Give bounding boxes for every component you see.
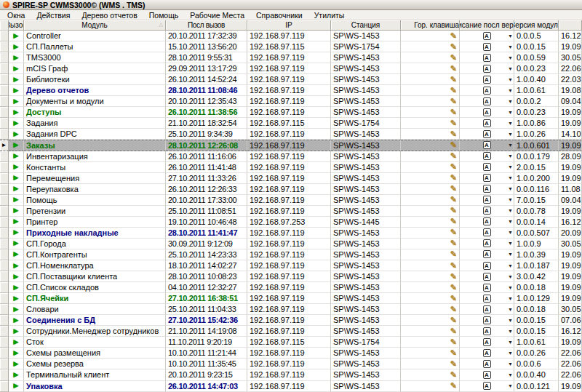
menu-item-3[interactable]: Дерево отчетов	[76, 11, 143, 20]
table-row[interactable]: ▶СП.Номенклатура18.10.2011 14:02:27192.1…	[0, 260, 582, 271]
station-cell[interactable]: SP\WS-1453	[331, 239, 401, 249]
last-call-cell[interactable]: 28.10.2011 11:08:46	[166, 85, 247, 96]
hotkey-edit-pencil-icon[interactable]: ✎	[450, 119, 457, 127]
table-row[interactable]: ▶СП.Поставщики клиента28.10.2011 10:08:2…	[0, 271, 582, 282]
version-description-doc-icon[interactable]: A	[483, 97, 491, 105]
build-cell[interactable]: 22.06	[559, 369, 582, 380]
ip-cell[interactable]: 192.168.97.119	[247, 206, 331, 217]
version-description-cell[interactable]: A▼	[460, 140, 514, 151]
run-module-icon[interactable]: ▶	[14, 175, 19, 181]
hotkey-cell[interactable]: ✎	[401, 173, 460, 184]
run-module-icon[interactable]: ▶	[14, 207, 19, 214]
version-description-doc-icon[interactable]: A	[483, 141, 491, 149]
version-description-doc-icon[interactable]: A	[483, 196, 491, 204]
ip-cell[interactable]: 192.168.97.119	[247, 282, 331, 293]
column-header-last-call[interactable]: Посл вызов	[166, 20, 247, 31]
version-description-doc-icon[interactable]: A	[483, 163, 491, 171]
table-row[interactable]: ►▶Заказы28.10.2011 12:26:08192.168.97.11…	[0, 140, 582, 151]
call-cell[interactable]: ▶	[9, 173, 24, 184]
version-description-cell[interactable]: A▼	[460, 173, 514, 184]
last-call-cell[interactable]: 10.10.2011 11:21:44	[166, 348, 247, 359]
hotkey-edit-pencil-icon[interactable]: ✎	[450, 382, 457, 390]
station-cell[interactable]: SP\WS-1453	[331, 369, 401, 380]
last-call-cell[interactable]: 26.10.2011 12:26:33	[166, 184, 247, 195]
dropdown-arrow-icon[interactable]: ▼	[508, 132, 513, 137]
table-row[interactable]: ▶Доступы26.10.2011 11:38:56192.168.97.11…	[0, 107, 582, 118]
module-version-cell[interactable]: 1.0.0.39	[514, 249, 559, 260]
version-description-cell[interactable]: A▼	[460, 271, 514, 282]
last-call-cell[interactable]: 04.10.2011 12:32:27	[166, 282, 247, 293]
hotkey-edit-pencil-icon[interactable]: ✎	[450, 295, 457, 303]
last-call-cell[interactable]: 26.10.2011 11:38:56	[166, 107, 247, 118]
version-description-cell[interactable]: A▼	[460, 228, 514, 239]
hotkey-edit-pencil-icon[interactable]: ✎	[450, 174, 457, 182]
call-cell[interactable]: ▶	[9, 293, 24, 304]
table-row[interactable]: ▶Дерево отчетов28.10.2011 11:08:46192.16…	[0, 85, 582, 96]
dropdown-arrow-icon[interactable]: ▼	[508, 351, 513, 356]
run-module-icon[interactable]: ▶	[14, 153, 19, 159]
last-call-cell[interactable]: 29.09.2011 13:17:29	[166, 63, 247, 74]
version-description-doc-icon[interactable]: A	[483, 273, 491, 281]
column-header-hotkey[interactable]: Гор. клавиша	[401, 20, 460, 31]
dropdown-arrow-icon[interactable]: ▼	[508, 164, 513, 169]
build-cell[interactable]: 19.09	[559, 381, 582, 392]
module-version-cell[interactable]: 1.0.0.9	[514, 239, 559, 249]
ip-cell[interactable]: 192.168.97.119	[247, 162, 331, 173]
dropdown-arrow-icon[interactable]: ▼	[508, 77, 513, 82]
version-description-cell[interactable]: A▼	[460, 151, 514, 162]
call-cell[interactable]: ▶	[9, 63, 24, 74]
station-cell[interactable]: SP\WS-1453	[331, 140, 401, 151]
version-description-doc-icon[interactable]: A	[483, 43, 491, 51]
module-cell[interactable]: Controller	[24, 31, 166, 41]
build-cell[interactable]: 16.12	[559, 217, 582, 228]
version-description-cell[interactable]: A▼	[460, 31, 514, 41]
table-row[interactable]: ▶Помощь20.10.2011 17:33:00192.168.97.119…	[0, 195, 582, 206]
version-description-doc-icon[interactable]: A	[483, 228, 491, 236]
last-call-cell[interactable]: 21.10.2011 14:19:08	[166, 326, 247, 337]
last-call-cell[interactable]: 27.10.2011 16:38:51	[166, 293, 247, 304]
version-description-cell[interactable]: A▼	[460, 184, 514, 195]
ip-cell[interactable]: 192.168.97.119	[247, 74, 331, 85]
hotkey-cell[interactable]: ✎	[401, 184, 460, 195]
dropdown-arrow-icon[interactable]: ▼	[508, 88, 513, 93]
version-description-cell[interactable]: A▼	[460, 41, 514, 52]
module-cell[interactable]: Дерево отчетов	[24, 85, 166, 96]
table-row[interactable]: ▶СП.Города30.09.2011 9:12:09192.168.97.1…	[0, 239, 582, 249]
ip-cell[interactable]: 192.168.97.119	[247, 381, 331, 392]
build-cell[interactable]: 09.04	[559, 96, 582, 107]
version-description-doc-icon[interactable]: A	[483, 119, 491, 127]
version-description-doc-icon[interactable]: A	[483, 217, 491, 225]
version-description-doc-icon[interactable]: A	[483, 207, 491, 215]
module-cell[interactable]: СП.Поставщики клиента	[24, 271, 166, 282]
build-cell[interactable]: 19.09	[559, 249, 582, 260]
ip-cell[interactable]: 192.168.97.115	[247, 118, 331, 129]
column-header-version-desc[interactable]: Описание посл версии	[460, 20, 514, 31]
menu-item-2[interactable]: Действия	[31, 11, 76, 20]
hotkey-edit-pencil-icon[interactable]: ✎	[450, 316, 457, 324]
module-version-cell[interactable]: 0.0.0.179	[514, 151, 559, 162]
module-cell[interactable]: СП.Номенклатура	[24, 260, 166, 271]
station-cell[interactable]: SP\WS-1453	[331, 282, 401, 293]
last-call-cell[interactable]: 10.10.2011 11:35:45	[166, 359, 247, 369]
run-module-icon[interactable]: ▶	[14, 273, 19, 280]
module-cell[interactable]: Инвентаризация	[24, 151, 166, 162]
hotkey-edit-pencil-icon[interactable]: ✎	[450, 54, 457, 62]
run-module-icon[interactable]: ▶	[14, 164, 19, 170]
build-cell[interactable]: 22.06	[559, 359, 582, 369]
last-call-cell[interactable]: 26.10.2011 11:41:48	[166, 162, 247, 173]
module-cell[interactable]: Претензии	[24, 206, 166, 217]
module-version-cell[interactable]: 0.0.0.18	[514, 282, 559, 293]
last-call-cell[interactable]: 25.10.2011 9:34:39	[166, 129, 247, 140]
station-cell[interactable]: SP\WS-1453	[331, 129, 401, 140]
call-cell[interactable]: ▶	[9, 260, 24, 271]
dropdown-arrow-icon[interactable]: ▼	[508, 361, 513, 367]
table-row[interactable]: ▶Схемы резерва10.10.2011 11:35:45192.168…	[0, 359, 582, 369]
version-description-doc-icon[interactable]: A	[483, 32, 491, 40]
table-row[interactable]: ▶Инвентаризация26.10.2011 11:16:06192.16…	[0, 151, 582, 162]
module-cell[interactable]: mCIS Граф	[24, 63, 166, 74]
build-cell[interactable]: 19.09	[559, 162, 582, 173]
version-description-cell[interactable]: A▼	[460, 74, 514, 85]
station-cell[interactable]: SP\WS-1453	[331, 260, 401, 271]
hotkey-edit-pencil-icon[interactable]: ✎	[450, 273, 457, 281]
dropdown-arrow-icon[interactable]: ▼	[508, 143, 513, 148]
